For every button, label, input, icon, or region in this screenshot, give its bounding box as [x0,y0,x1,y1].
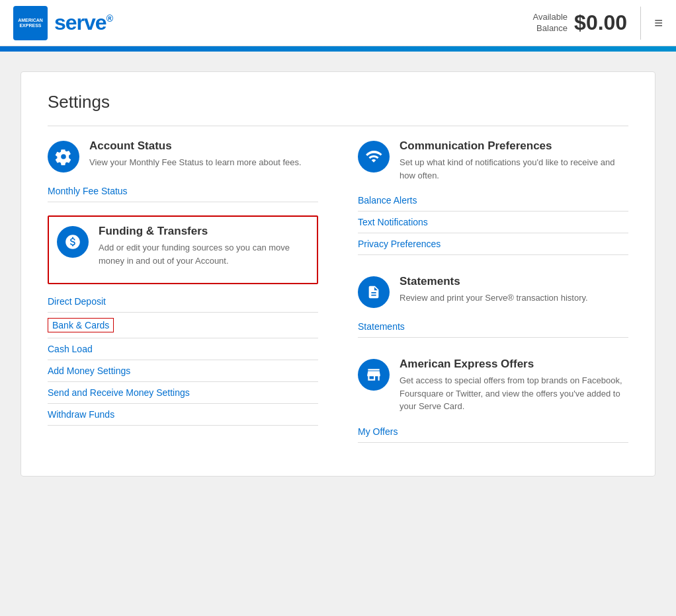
settings-grid: Account Status View your Monthly Fee Sta… [48,139,628,449]
withdraw-funds-link[interactable]: Withdraw Funds [48,404,318,426]
statements-icon [358,276,390,308]
amex-offers-header: American Express Offers Get access to sp… [358,358,628,413]
bank-cards-link[interactable]: Bank & Cards [48,318,114,332]
title-divider [48,126,628,126]
header-divider [640,7,641,40]
statements-section: Statements Review and print your Serve® … [358,275,628,338]
document-icon [366,284,381,301]
balance-section: AvailableBalance $0.00 [533,11,628,35]
funding-transfers-wrapper: Funding & Transfers Add or edit your fun… [48,215,318,426]
funding-transfers-links: Direct Deposit Bank & Cards Cash Load Ad… [48,291,318,426]
communication-preferences-name: Communication Preferences [400,139,628,153]
funding-transfers-icon [57,226,89,258]
header: AMERICANEXPRESS serve® AvailableBalance … [0,0,676,46]
funding-transfers-highlighted-box: Funding & Transfers Add or edit your fun… [48,215,318,284]
text-notifications-link[interactable]: Text Notifications [358,212,628,233]
account-status-desc: View your Monthly Fee Status to learn mo… [89,156,318,169]
statements-info: Statements Review and print your Serve® … [400,275,628,305]
statements-links: Statements [358,316,628,338]
tag-icon [365,366,382,383]
blue-accent-bar [0,46,676,52]
amex-offers-links: My Offers [358,421,628,443]
statements-header: Statements Review and print your Serve® … [358,275,628,308]
account-status-section: Account Status View your Monthly Fee Sta… [48,139,318,202]
header-logo-area: AMERICANEXPRESS serve® [13,6,112,40]
account-status-icon [48,141,79,173]
privacy-preferences-link[interactable]: Privacy Preferences [358,233,628,255]
settings-card: Settings Account Status [21,71,655,477]
settings-right-column: Communication Preferences Set up what ki… [358,139,628,449]
header-right: AvailableBalance $0.00 ≡ [533,7,663,40]
balance-alerts-link[interactable]: Balance Alerts [358,190,628,212]
amex-offers-desc: Get access to special offers from top br… [400,374,628,413]
menu-icon[interactable]: ≡ [654,15,663,32]
wifi-icon [365,148,382,165]
serve-registered-mark: ® [106,13,112,24]
serve-label: serve [54,11,106,34]
monthly-fee-status-link[interactable]: Monthly Fee Status [48,180,318,202]
account-status-name: Account Status [89,139,318,153]
amex-offers-info: American Express Offers Get access to sp… [400,358,628,413]
communication-preferences-desc: Set up what kind of notifications you'd … [400,156,628,182]
communication-preferences-section: Communication Preferences Set up what ki… [358,139,628,255]
my-offers-link[interactable]: My Offers [358,421,628,443]
communication-preferences-info: Communication Preferences Set up what ki… [400,139,628,182]
amex-offers-name: American Express Offers [400,358,628,371]
balance-label: AvailableBalance [533,12,568,34]
account-status-links: Monthly Fee Status [48,180,318,202]
amex-offers-icon [358,359,390,391]
amex-logo: AMERICANEXPRESS [13,6,48,40]
dollar-icon [64,233,81,250]
statements-desc: Review and print your Serve® transaction… [400,291,628,305]
amex-offers-section: American Express Offers Get access to sp… [358,358,628,443]
main-content: Settings Account Status [0,52,676,496]
funding-transfers-desc: Add or edit your funding sources so you … [99,241,309,267]
statements-link[interactable]: Statements [358,316,628,338]
serve-brand-text: serve® [54,11,112,35]
statements-name: Statements [400,275,628,288]
funding-transfers-header: Funding & Transfers Add or edit your fun… [57,225,309,267]
amex-logo-text: AMERICANEXPRESS [18,18,43,28]
funding-transfers-name: Funding & Transfers [99,225,309,238]
add-money-settings-link[interactable]: Add Money Settings [48,360,318,382]
direct-deposit-link[interactable]: Direct Deposit [48,291,318,313]
funding-transfers-info: Funding & Transfers Add or edit your fun… [99,225,309,267]
communication-preferences-links: Balance Alerts Text Notifications Privac… [358,190,628,255]
cash-load-link[interactable]: Cash Load [48,338,318,360]
settings-title: Settings [48,92,628,112]
send-receive-money-link[interactable]: Send and Receive Money Settings [48,382,318,404]
communication-preferences-icon [358,141,390,173]
bank-cards-row: Bank & Cards [48,313,318,338]
balance-amount: $0.00 [574,11,627,35]
settings-left-column: Account Status View your Monthly Fee Sta… [48,139,318,449]
account-status-header: Account Status View your Monthly Fee Sta… [48,139,318,173]
gear-icon [55,148,72,165]
communication-preferences-header: Communication Preferences Set up what ki… [358,139,628,182]
account-status-info: Account Status View your Monthly Fee Sta… [89,139,318,169]
